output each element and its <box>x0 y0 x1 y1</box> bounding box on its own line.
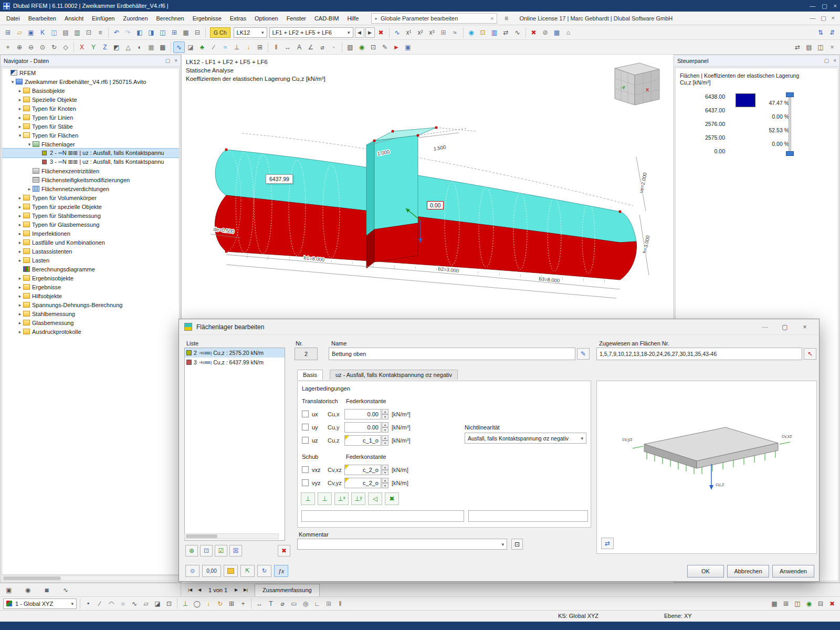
circle-tool-icon[interactable]: ○ <box>117 598 129 610</box>
legend-slider-handle-bottom[interactable] <box>786 151 794 156</box>
next-page-button[interactable]: ▶ <box>232 585 241 595</box>
clipping-icon[interactable]: ⊡ <box>368 41 379 53</box>
kommentar-combo[interactable]: ▾ <box>297 539 507 550</box>
new-support-button[interactable]: ⊕ <box>185 545 198 556</box>
background-icon[interactable]: ▧ <box>344 41 356 53</box>
dimension-tool-icon[interactable]: ↔ <box>254 598 265 610</box>
tree-item[interactable]: Typen für Glasbemessung <box>2 220 179 229</box>
table-settings-icon[interactable]: ▦ <box>180 27 192 38</box>
preview-toggle-button[interactable]: ⇄ <box>601 538 614 549</box>
global-parameter-search[interactable]: ▸ Globale Parameter bearbeiten × <box>371 13 497 24</box>
list-icon[interactable]: ▤ <box>803 41 815 53</box>
tree-item[interactable]: Ausdruckprotokolle <box>2 327 179 336</box>
tree-expander-icon[interactable] <box>17 285 23 290</box>
set-zero-button[interactable]: 0,00 <box>202 565 221 577</box>
result-values-icon[interactable]: x¹ <box>403 27 415 38</box>
wireframe-icon[interactable]: ▦ <box>145 41 157 53</box>
window-layout-icon[interactable]: ◧ <box>134 27 145 38</box>
section-tool-icon[interactable]: ⌀ <box>277 598 288 610</box>
tree-expander-icon[interactable] <box>17 320 23 326</box>
guide-icon[interactable]: ‖ <box>334 598 346 610</box>
grid-toggle-icon[interactable]: ⊞ <box>780 598 792 610</box>
import-values-button[interactable]: ⇱ <box>240 565 255 577</box>
support-list-item[interactable]: 2 ▫▫N ⊞⊞ | Cu,z : 2575.20 kN/m <box>185 348 285 358</box>
tree-item[interactable]: Typen für Volumenkörper <box>2 193 179 202</box>
tree-item[interactable]: Flächenexzentrizitäten <box>2 166 179 175</box>
copy-support-button[interactable]: ⊡ <box>200 545 213 556</box>
table-toggle-icon[interactable]: ▦ <box>769 598 780 610</box>
diameter-icon[interactable]: ⌀ <box>317 41 328 53</box>
line-tool-icon[interactable]: ∕ <box>94 598 106 610</box>
previous-loadcase-button[interactable]: ◀ <box>355 27 364 38</box>
legend-range-slider[interactable] <box>789 94 791 155</box>
value-spinner[interactable]: ▲▼ <box>382 409 388 419</box>
tree-item[interactable]: Lastfälle und Kombinationen <box>2 238 179 247</box>
maximize-icon[interactable]: ▢ <box>822 3 827 9</box>
marker-icon[interactable]: ► <box>391 41 402 53</box>
child-close-icon[interactable]: × <box>832 15 835 22</box>
panel-toggle-icon[interactable]: ▣ <box>402 41 414 53</box>
remove-loadcase-icon[interactable]: ✖ <box>375 27 387 38</box>
loadcase-combo[interactable]: LK12▾ <box>234 27 267 38</box>
tree-item[interactable]: Spannungs-Dehnungs-Berechnung <box>2 300 179 309</box>
float-panel-icon[interactable]: ▢ <box>165 58 170 64</box>
tree-expander-icon[interactable] <box>17 231 23 236</box>
aux-field-1[interactable] <box>301 510 464 522</box>
close-icon[interactable]: × <box>834 3 837 9</box>
tree-expander-icon[interactable] <box>17 240 23 245</box>
eye-icon[interactable]: ◉ <box>803 598 815 610</box>
section-line-icon[interactable]: ∕ <box>208 41 219 53</box>
tree-item[interactable]: Ergebnisse <box>2 282 179 291</box>
tree-expander-icon[interactable] <box>17 293 23 299</box>
apply-button[interactable]: Anwenden <box>772 565 814 578</box>
perspective-icon[interactable]: △ <box>122 41 134 53</box>
spring-value-input[interactable]: c_2_o <box>344 478 381 488</box>
sort-descending-icon[interactable]: ⇵ <box>826 27 838 38</box>
menu-item[interactable]: Bearbeiten <box>24 13 60 24</box>
tree-item[interactable]: Typen für Linien <box>2 113 179 122</box>
new-model-icon[interactable]: ⊞ <box>2 27 14 38</box>
result-diagram-icon[interactable]: ∿ <box>392 27 403 38</box>
tables-icon[interactable]: ≡ <box>94 27 106 38</box>
dialog-close-icon[interactable]: × <box>796 321 814 333</box>
camera-tab-icon[interactable]: ◙ <box>41 584 52 596</box>
close-view-icon[interactable]: × <box>826 41 838 53</box>
tree-expander-icon[interactable] <box>17 88 23 93</box>
tree-expander-icon[interactable] <box>17 222 23 227</box>
menu-item[interactable]: Fenster <box>282 13 310 24</box>
menu-item[interactable]: Extras <box>226 13 250 24</box>
find-button[interactable]: ⊙ <box>185 565 200 577</box>
tree-item[interactable]: Flächenlager <box>2 140 179 149</box>
tree-item[interactable]: Ergebnisobjekte <box>2 274 179 282</box>
tree-item[interactable]: Flächennetzverdichtungen <box>2 184 179 193</box>
zoom-out-icon[interactable]: ⊖ <box>25 41 37 53</box>
menu-item[interactable]: Hilfe <box>343 13 363 24</box>
aux-field-2[interactable] <box>468 510 588 522</box>
min-values-icon[interactable]: x³ <box>426 27 438 38</box>
view-z-icon[interactable]: Z <box>99 41 111 53</box>
tree-expander-icon[interactable] <box>17 106 23 111</box>
mesh-tool-icon[interactable]: ⊞ <box>226 598 237 610</box>
tree-expander-icon[interactable] <box>26 142 33 147</box>
navigation-cube[interactable]: -Y X <box>615 63 659 105</box>
result-legend-icon[interactable]: ▥ <box>489 27 500 38</box>
clear-search-icon[interactable]: × <box>490 15 494 22</box>
tree-expander-icon[interactable] <box>17 115 23 120</box>
redo-icon[interactable]: ↷ <box>122 27 134 38</box>
split-view-icon[interactable]: ◨ <box>145 27 157 38</box>
tree-expander-icon[interactable] <box>17 133 23 138</box>
direction-checkbox[interactable] <box>302 437 309 444</box>
minimize-icon[interactable]: — <box>810 3 815 9</box>
nichtlinearitaet-dropdown[interactable]: Ausfall, falls Kontaktspannung σz negati… <box>465 433 586 444</box>
rotate-view-icon[interactable]: ↻ <box>48 41 60 53</box>
tree-item[interactable]: Zweikammer Erdbehälter_V4.rf6 | 250715.A… <box>2 77 179 86</box>
list-hscrollbar[interactable] <box>184 533 279 539</box>
tree-item[interactable]: Basisobjekte <box>2 86 179 95</box>
delete-tool-icon[interactable]: ✖ <box>826 598 838 610</box>
view-y-icon[interactable]: Y <box>88 41 99 53</box>
float-panel-icon[interactable]: ▢ <box>824 58 829 64</box>
value-spinner[interactable]: ▲▼ <box>382 465 388 475</box>
water-icon[interactable]: ≈ <box>219 41 231 53</box>
cancel-button[interactable]: Abbrechen <box>727 565 769 578</box>
support-x-icon[interactable]: ⊥ˣ <box>334 492 349 505</box>
